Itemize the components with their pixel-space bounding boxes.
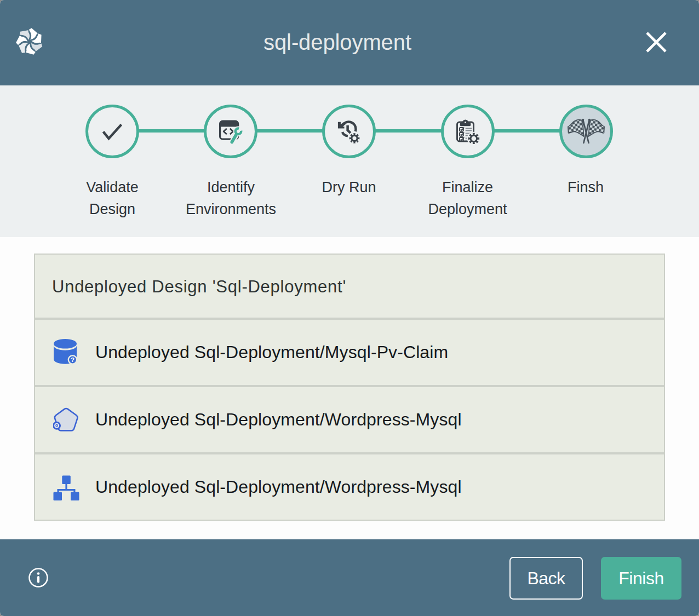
svg-text:?: ? (71, 356, 75, 363)
